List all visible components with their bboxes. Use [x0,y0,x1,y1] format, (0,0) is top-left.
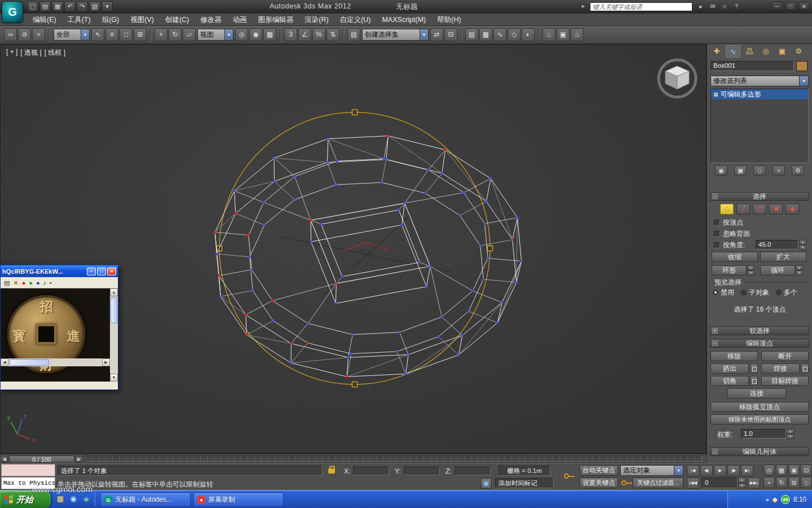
next-key-button[interactable]: ▶▶| [748,478,760,489]
scroll-up-icon[interactable]: ▲ [110,288,118,296]
tab-motion[interactable]: ◎ [758,45,773,58]
rendered-frame-icon[interactable]: ▣ [557,28,570,41]
select-and-move-icon[interactable]: + [155,28,167,41]
select-object-icon[interactable]: ↖ [91,28,104,41]
modifier-list-dropdown[interactable]: 修改器列表 ▼ [710,76,809,86]
print-icon[interactable]: ▤ [4,278,10,287]
quick-launch-icon-3[interactable]: ◈ [81,494,91,504]
horizontal-scroll-thumb[interactable] [10,359,49,366]
project-folder-icon[interactable]: ▧ [89,1,100,12]
tray-input-icon[interactable]: ● [765,496,769,503]
selection-filter-dropdown[interactable]: 全部▼ [54,29,90,41]
bind-to-space-warp-icon[interactable]: ≈ [32,28,45,41]
show-end-result-icon[interactable]: ▣ [734,165,747,176]
next-frame-button[interactable]: |▶ [727,465,740,476]
tab-utilities[interactable]: ⚙ [791,45,806,58]
infocenter-toggle-icon[interactable]: ▸ [582,3,585,9]
set-key-button[interactable]: 设置关键点 [580,478,618,488]
quick-launch-icon-1[interactable]: ▦ [55,494,65,504]
menu-animation[interactable]: 动画 [227,14,253,26]
make-unique-icon[interactable]: ◇ [753,165,766,176]
align-icon[interactable]: ⊟ [444,28,457,41]
maximize-viewport-icon[interactable]: ⊞ [788,477,800,488]
rollout-selection[interactable]: - 选择 [710,192,809,201]
configure-modifier-sets-icon[interactable]: ⚙ [792,165,804,176]
ring-spinner[interactable]: ▴▾ [747,265,754,275]
select-and-rotate-icon[interactable]: ↻ [169,28,182,41]
time-slider-handle[interactable]: 0 / 100 [9,456,74,463]
preview-subobject-radio[interactable] [741,290,747,295]
image-window-titlebar[interactable]: hQclRBYG-EKEkW... ─□✕ [1,265,118,277]
layer-manager-icon[interactable]: ▤ [465,28,478,41]
grow-button[interactable]: 扩大 [760,252,806,262]
menu-group[interactable]: 组(G) [96,14,125,26]
menu-rendering[interactable]: 渲染(R) [299,14,334,26]
open-file-icon[interactable]: ▤ [39,1,51,12]
pan-icon[interactable]: + [764,477,775,488]
help-icon[interactable]: ? [731,2,742,11]
ui-toggle-icon[interactable]: ▣ [480,478,492,489]
shrink-button[interactable]: 收缩 [712,252,758,262]
schematic-view-icon[interactable]: ◇ [508,28,520,41]
element-mode-button[interactable]: ◆ [785,204,799,214]
scroll-right-icon[interactable]: ▶ [102,358,110,366]
zoom-extents-icon[interactable]: ▣ [788,465,800,476]
viewport-canvas[interactable] [1,45,707,454]
angle-spinner[interactable]: ▴▾ [799,240,806,250]
object-name-field[interactable]: Box001 [710,61,794,71]
render-production-icon[interactable]: ♨ [571,28,584,41]
menu-help[interactable]: 帮助(H) [431,14,466,26]
connect-button[interactable]: 连接 [727,388,786,398]
field-of-view-icon[interactable]: ◇ [801,477,812,488]
use-pivot-center-icon[interactable]: ◎ [235,28,248,41]
rollout-edit-vertices[interactable]: - 编辑顶点 [710,339,809,348]
curve-editor-icon[interactable]: ∿ [493,28,506,41]
select-by-name-icon[interactable]: ≡ [105,28,118,41]
angle-snap-icon[interactable]: ∠ [298,28,311,41]
green-marker-icon[interactable]: ● [29,278,33,287]
go-to-start-button[interactable]: |◀ [687,465,699,476]
rollout-soft-selection[interactable]: + 软选择 [710,326,809,335]
close-button[interactable]: ✕ [798,2,810,11]
named-selection-dropdown[interactable]: 创建选择集▼ [362,29,429,41]
viewport[interactable]: [ + ] [ 透视 ] [ 线框 ] x y z [0,44,707,454]
tray-app-icon[interactable]: ◆ [772,496,777,503]
viewport-shading-label[interactable]: [ 线框 ] [45,48,65,58]
spinner-snap-icon[interactable]: ⇅ [326,28,339,41]
img-close-button[interactable]: ✕ [107,268,116,275]
time-back-arrow[interactable]: ◀ [1,456,8,462]
taskbar-task-3dsmax[interactable]: G无标题 - Autodes... [100,493,191,507]
scroll-down-icon[interactable]: ▼ [110,374,118,382]
taskbar-task-screen-record[interactable]: ●屏幕录制 [193,493,284,507]
quick-launch-icon-2[interactable]: ◉ [68,494,78,504]
weld-settings-button[interactable] [801,364,809,374]
menu-customize[interactable]: 自定义(U) [334,14,377,26]
save-file-icon[interactable]: ▦ [52,1,63,12]
viewport-menu-plus[interactable]: [ + ] [6,48,17,58]
sound-icon[interactable]: ♪ [43,278,47,287]
application-menu-button[interactable]: G [2,1,23,23]
break-button[interactable]: 断开 [761,351,809,361]
rollout-expand-icon[interactable]: + [712,328,718,334]
search-button-icon[interactable]: ▸ [696,2,706,11]
previous-frame-button[interactable]: ◀| [700,465,713,476]
select-and-scale-icon[interactable]: ▱ [183,28,196,41]
polygon-mode-button[interactable]: ■ [769,204,783,214]
key-filters-button[interactable]: 关键点过滤器... [633,478,683,488]
by-angle-checkbox[interactable] [714,242,720,248]
reference-coordinate-dropdown[interactable]: 视图▼ [197,29,233,41]
pin-stack-icon[interactable]: ◉ [715,165,727,176]
viewport-pov-label[interactable]: [ 透视 ] [20,48,41,58]
rollout-collapse-icon[interactable]: - [712,194,718,199]
horizontal-scrollbar[interactable]: ◀ ▶ [1,358,110,366]
menu-create[interactable]: 创建(C) [160,14,195,26]
percent-snap-icon[interactable]: % [312,28,325,41]
delete-icon[interactable]: ✕ [13,278,18,287]
edge-mode-button[interactable]: ╱ [736,204,750,214]
tab-create[interactable]: ✚ [709,45,724,58]
go-to-end-button[interactable]: ▶| [741,465,753,476]
frame-spinner[interactable]: ▴▾ [738,478,745,488]
redo-icon[interactable]: ↷ [77,1,88,12]
vertical-scroll-thumb[interactable] [111,297,117,323]
target-weld-button[interactable]: 目标焊接 [761,376,809,386]
